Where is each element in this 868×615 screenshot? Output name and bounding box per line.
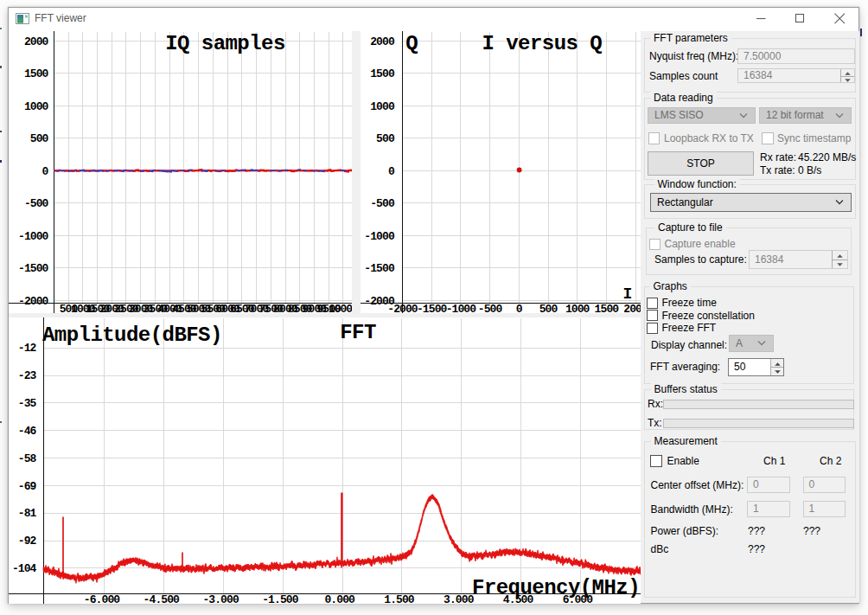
svg-text:-500: -500 xyxy=(24,197,49,210)
svg-text:0: 0 xyxy=(388,165,395,178)
svg-text:1500: 1500 xyxy=(370,67,395,80)
svg-text:-4.500: -4.500 xyxy=(144,593,181,604)
svg-text:-1.500: -1.500 xyxy=(262,593,299,604)
svg-text:Amplitude(dBFS): Amplitude(dBFS) xyxy=(42,323,222,346)
svg-text:10000: 10000 xyxy=(329,303,352,313)
svg-text:IQ samples: IQ samples xyxy=(165,32,285,55)
svg-text:-500: -500 xyxy=(370,197,395,210)
svg-text:2000: 2000 xyxy=(24,35,49,48)
svg-text:-1500: -1500 xyxy=(364,262,395,275)
svg-text:-1500: -1500 xyxy=(18,262,49,275)
svg-text:-23: -23 xyxy=(18,369,37,382)
svg-text:-2000: -2000 xyxy=(18,295,49,308)
svg-text:2000: 2000 xyxy=(623,303,641,313)
svg-text:-3.000: -3.000 xyxy=(202,593,239,604)
svg-text:-58: -58 xyxy=(18,452,37,464)
svg-text:-1000: -1000 xyxy=(18,230,49,243)
svg-text:0: 0 xyxy=(42,165,49,178)
svg-text:-6.000: -6.000 xyxy=(84,593,121,604)
svg-text:1.500: 1.500 xyxy=(384,593,415,604)
svg-text:1500: 1500 xyxy=(594,303,619,313)
svg-text:500: 500 xyxy=(30,132,49,145)
svg-text:-35: -35 xyxy=(18,397,37,410)
svg-text:I: I xyxy=(622,285,632,303)
svg-text:500: 500 xyxy=(376,132,395,145)
svg-text:3.000: 3.000 xyxy=(444,593,475,604)
svg-text:-69: -69 xyxy=(18,479,37,492)
svg-text:-1000: -1000 xyxy=(445,303,476,313)
svg-text:-104: -104 xyxy=(12,562,37,575)
svg-text:1500: 1500 xyxy=(24,67,49,80)
svg-text:FFT: FFT xyxy=(340,320,376,343)
svg-text:2000: 2000 xyxy=(370,35,395,48)
svg-text:I versus Q: I versus Q xyxy=(482,32,602,55)
svg-text:500: 500 xyxy=(539,303,558,313)
svg-text:Q: Q xyxy=(405,32,418,55)
svg-text:-92: -92 xyxy=(18,535,37,548)
svg-text:0: 0 xyxy=(516,303,523,313)
svg-text:0.000: 0.000 xyxy=(324,593,355,604)
svg-text:1000: 1000 xyxy=(24,100,49,113)
svg-text:-81: -81 xyxy=(18,507,37,520)
svg-text:-46: -46 xyxy=(18,424,37,437)
svg-text:-2000: -2000 xyxy=(387,303,418,313)
svg-text:-1500: -1500 xyxy=(417,303,448,313)
svg-text:-12: -12 xyxy=(18,342,37,355)
svg-text:-500: -500 xyxy=(477,303,502,313)
svg-text:1000: 1000 xyxy=(370,100,395,113)
svg-text:1000: 1000 xyxy=(565,303,590,313)
svg-text:-1000: -1000 xyxy=(364,230,395,243)
svg-text:Frequency(MHz): Frequency(MHz) xyxy=(472,575,640,599)
